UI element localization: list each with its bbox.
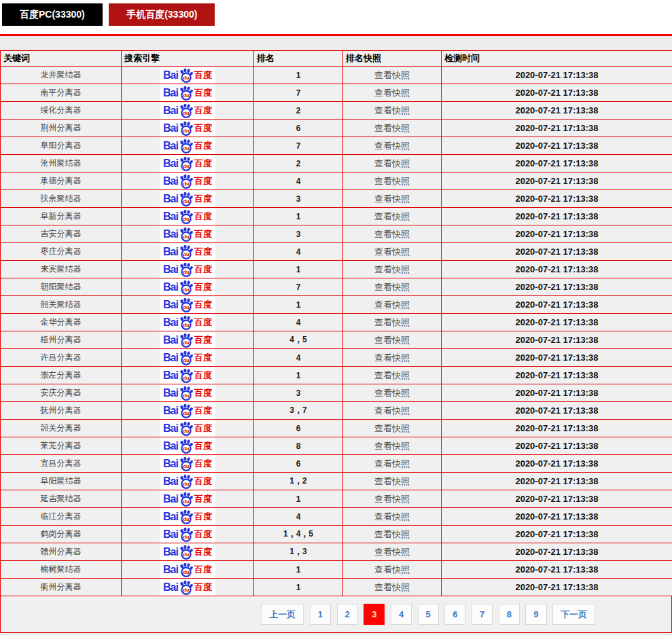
baidu-logo-cn-text: 百度	[194, 211, 212, 223]
snapshot-cell: 查看快照	[343, 84, 442, 102]
baidu-logo-cn-text: 百度	[194, 281, 212, 293]
snapshot-cell: 查看快照	[343, 155, 442, 173]
svg-text:du: du	[183, 463, 190, 469]
pagination-page-5[interactable]: 5	[418, 604, 439, 625]
view-snapshot-link[interactable]: 查看快照	[374, 141, 410, 151]
view-snapshot-link[interactable]: 查看快照	[374, 88, 410, 98]
pagination-page-8[interactable]: 8	[499, 604, 520, 625]
view-snapshot-link[interactable]: 查看快照	[374, 123, 410, 133]
view-snapshot-link[interactable]: 查看快照	[374, 300, 410, 310]
baidu-logo-bai-text: Bai	[163, 440, 178, 452]
table-row: 梧州分离器 Bai du 百度 4，5 查看快照 2020-07-21 17:1…	[1, 331, 672, 349]
engine-cell: Bai du 百度	[122, 490, 254, 508]
snapshot-cell: 查看快照	[343, 384, 442, 402]
view-snapshot-link[interactable]: 查看快照	[374, 494, 410, 504]
keyword-cell: 赣州分离器	[1, 543, 122, 561]
view-snapshot-link[interactable]: 查看快照	[374, 547, 410, 557]
pagination-page-9[interactable]: 9	[525, 604, 546, 625]
view-snapshot-link[interactable]: 查看快照	[374, 529, 410, 539]
svg-text:du: du	[183, 216, 190, 222]
engine-cell: Bai du 百度	[122, 437, 254, 455]
tab-mobile-baidu[interactable]: 手机百度(33300)	[109, 3, 215, 26]
baidu-logo-cn-text: 百度	[194, 105, 212, 117]
pagination-page-2[interactable]: 2	[337, 604, 358, 625]
baidu-logo-bai-text: Bai	[163, 475, 178, 488]
rank-cell: 4	[254, 349, 343, 367]
engine-cell: Bai du 百度	[122, 261, 254, 278]
view-snapshot-link[interactable]: 查看快照	[374, 405, 410, 416]
baidu-logo-bai-text: Bai	[163, 69, 178, 81]
view-snapshot-link[interactable]: 查看快照	[374, 476, 410, 486]
snapshot-cell: 查看快照	[343, 331, 442, 349]
view-snapshot-link[interactable]: 查看快照	[374, 423, 410, 433]
baidu-logo: Bai du 百度	[160, 226, 215, 242]
svg-text:du: du	[183, 110, 190, 116]
content-area: 关键词 搜索引擎 排名 排名快照 检测时间 龙井聚结器 Bai du	[0, 36, 672, 633]
rank-cell: 3，7	[254, 402, 343, 420]
view-snapshot-link[interactable]: 查看快照	[374, 194, 410, 204]
table-row: 南平分离器 Bai du 百度 7 查看快照 2020-07-21 17:13:…	[1, 84, 672, 102]
table-row: 荆州分离器 Bai du 百度 6 查看快照 2020-07-21 17:13:…	[1, 120, 672, 137]
keyword-cell: 龙井聚结器	[1, 67, 122, 84]
pagination-page-3[interactable]: 3	[364, 604, 385, 625]
baidu-logo-cn-text: 百度	[194, 122, 212, 134]
view-snapshot-link[interactable]: 查看快照	[374, 247, 410, 257]
baidu-logo-cn-text: 百度	[194, 264, 212, 276]
baidu-logo: Bai du 百度	[160, 367, 215, 384]
baidu-logo: Bai du 百度	[160, 173, 215, 189]
pagination-page-4[interactable]: 4	[391, 604, 412, 625]
view-snapshot-link[interactable]: 查看快照	[374, 282, 410, 292]
pagination-prev[interactable]: 上一页	[261, 604, 304, 625]
view-snapshot-link[interactable]: 查看快照	[374, 158, 410, 168]
rank-cell: 2	[254, 102, 343, 120]
snapshot-cell: 查看快照	[343, 543, 442, 561]
view-snapshot-link[interactable]: 查看快照	[374, 70, 410, 80]
svg-text:du: du	[183, 446, 190, 452]
view-snapshot-link[interactable]: 查看快照	[374, 458, 410, 469]
view-snapshot-link[interactable]: 查看快照	[374, 317, 410, 327]
svg-text:du: du	[183, 551, 190, 558]
view-snapshot-link[interactable]: 查看快照	[374, 441, 410, 451]
svg-text:du: du	[183, 145, 190, 151]
view-snapshot-link[interactable]: 查看快照	[374, 335, 410, 345]
keyword-cell: 安庆分离器	[1, 384, 122, 402]
view-snapshot-link[interactable]: 查看快照	[374, 176, 410, 186]
svg-text:du: du	[183, 322, 190, 328]
view-snapshot-link[interactable]: 查看快照	[374, 211, 410, 221]
view-snapshot-link[interactable]: 查看快照	[374, 370, 410, 380]
rank-cell: 4，5	[254, 331, 343, 349]
view-snapshot-link[interactable]: 查看快照	[374, 105, 410, 115]
baidu-logo-cn-text: 百度	[194, 475, 212, 488]
table-row: 绥化分离器 Bai du 百度 2 查看快照 2020-07-21 17:13:…	[1, 102, 672, 120]
baidu-paw-icon: du	[179, 580, 194, 595]
engine-cell: Bai du 百度	[122, 455, 254, 473]
baidu-logo-bai-text: Bai	[163, 87, 178, 99]
pagination-next[interactable]: 下一页	[552, 604, 595, 625]
baidu-logo: Bai du 百度	[160, 509, 215, 525]
rank-cell: 3	[254, 225, 343, 243]
view-snapshot-link[interactable]: 查看快照	[374, 264, 410, 274]
view-snapshot-link[interactable]: 查看快照	[374, 511, 410, 522]
tab-baidu-pc[interactable]: 百度PC(33300)	[2, 3, 103, 26]
keyword-cell: 延吉聚结器	[1, 490, 122, 508]
view-snapshot-link[interactable]: 查看快照	[374, 388, 410, 398]
baidu-paw-icon: du	[179, 174, 194, 189]
keyword-cell: 阜阳聚结器	[1, 473, 122, 490]
baidu-logo: Bai du 百度	[160, 138, 215, 154]
view-snapshot-link[interactable]: 查看快照	[374, 564, 410, 575]
baidu-paw-icon: du	[179, 139, 194, 153]
baidu-paw-icon: du	[179, 527, 194, 542]
time-cell: 2020-07-21 17:13:38	[442, 420, 672, 437]
pagination-page-1[interactable]: 1	[310, 604, 331, 625]
keyword-cell: 阜新分离器	[1, 208, 122, 225]
view-snapshot-link[interactable]: 查看快照	[374, 352, 410, 363]
pagination-page-7[interactable]: 7	[472, 604, 493, 625]
baidu-logo-bai-text: Bai	[163, 211, 178, 223]
view-snapshot-link[interactable]: 查看快照	[374, 229, 410, 239]
view-snapshot-link[interactable]: 查看快照	[374, 582, 410, 592]
baidu-paw-icon: du	[179, 192, 194, 206]
pagination-page-6[interactable]: 6	[444, 604, 465, 625]
baidu-logo-cn-text: 百度	[194, 440, 212, 452]
header-search-engine: 搜索引擎	[122, 51, 254, 67]
rank-cell: 1	[254, 296, 343, 314]
